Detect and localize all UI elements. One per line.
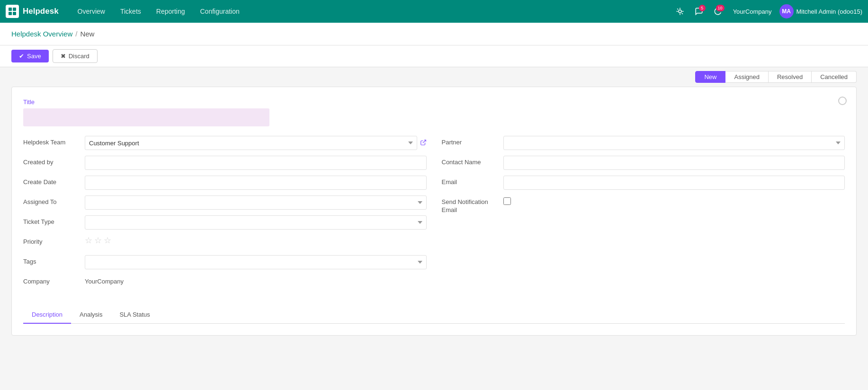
bug-icon-button[interactable] <box>672 4 688 19</box>
form-right: Partner Contact Name Email <box>442 136 845 295</box>
status-bar: New Assigned Resolved Cancelled <box>0 67 868 87</box>
avatar: MA <box>779 4 794 18</box>
chat-icon-button[interactable]: 5 <box>691 4 707 19</box>
discard-button[interactable]: ✖ Discard <box>53 49 98 63</box>
email-row: Email <box>442 176 845 191</box>
svg-line-7 <box>422 140 425 142</box>
contact-name-row: Contact Name <box>442 156 845 171</box>
helpdesk-team-select[interactable]: Customer Support <box>85 136 417 150</box>
created-by-field <box>85 156 427 170</box>
tags-label: Tags <box>23 255 85 265</box>
save-button[interactable]: ✔ Save <box>11 50 49 62</box>
subheader: Helpdesk Overview / New <box>0 23 868 45</box>
username: Mitchell Admin (odoo15) <box>796 8 862 15</box>
chat-badge: 5 <box>699 5 706 11</box>
svg-point-0 <box>679 10 681 13</box>
company-label: Company <box>23 275 85 285</box>
send-notification-label: Send Notification Email <box>442 195 503 214</box>
save-label: Save <box>27 53 41 60</box>
helpdesk-team-field: Customer Support <box>85 136 427 150</box>
assigned-to-label: Assigned To <box>23 195 85 205</box>
create-date-label: Create Date <box>23 176 85 186</box>
action-bar: ✔ Save ✖ Discard <box>0 45 868 67</box>
assigned-to-select[interactable] <box>85 195 427 210</box>
main-menu: Overview Tickets Reporting Configuration <box>70 0 247 23</box>
svg-line-4 <box>681 13 682 14</box>
priority-label: Priority <box>23 235 85 245</box>
created-by-input[interactable] <box>85 156 427 170</box>
helpdesk-team-label: Helpdesk Team <box>23 136 85 146</box>
status-new[interactable]: New <box>695 71 725 83</box>
nav-tickets[interactable]: Tickets <box>113 0 149 23</box>
send-notification-row: Send Notification Email <box>442 195 845 214</box>
updates-icon-button[interactable]: 10 <box>710 4 725 19</box>
status-assigned[interactable]: Assigned <box>725 71 768 83</box>
tags-row: Tags <box>23 255 427 270</box>
tags-select[interactable] <box>85 255 427 269</box>
created-by-row: Created by <box>23 156 427 171</box>
send-notification-field <box>503 195 845 205</box>
status-resolved[interactable]: Resolved <box>769 71 812 83</box>
priority-stars: ☆ ☆ ☆ <box>85 235 111 246</box>
top-navigation: Helpdesk Overview Tickets Reporting Conf… <box>0 0 868 23</box>
company-name[interactable]: YourCompany <box>733 8 772 15</box>
nav-reporting[interactable]: Reporting <box>149 0 193 23</box>
breadcrumb: Helpdesk Overview / New <box>11 30 94 38</box>
helpdesk-team-row: Helpdesk Team Customer Support <box>23 136 427 151</box>
user-menu[interactable]: MA Mitchell Admin (odoo15) <box>779 4 862 18</box>
contact-name-input[interactable] <box>503 156 845 170</box>
create-date-row: Create Date <box>23 176 427 191</box>
breadcrumb-separator: / <box>75 30 77 38</box>
star-2[interactable]: ☆ <box>94 235 102 246</box>
nav-overview[interactable]: Overview <box>70 0 113 23</box>
status-dot <box>838 97 847 105</box>
create-date-input[interactable] <box>85 176 427 190</box>
created-by-label: Created by <box>23 156 85 166</box>
status-cancelled[interactable]: Cancelled <box>812 71 857 83</box>
star-1[interactable]: ☆ <box>85 235 92 246</box>
partner-select[interactable] <box>503 136 845 150</box>
assigned-to-row: Assigned To <box>23 195 427 211</box>
app-name: Helpdesk <box>23 7 59 16</box>
external-link-icon[interactable] <box>420 139 427 147</box>
tab-bar: Description Analysis SLA Status <box>23 306 845 324</box>
ticket-type-label: Ticket Type <box>23 215 85 225</box>
ticket-type-row: Ticket Type <box>23 215 427 230</box>
x-icon: ✖ <box>61 53 66 60</box>
partner-label: Partner <box>442 136 503 146</box>
nav-configuration[interactable]: Configuration <box>192 0 247 23</box>
tab-analysis[interactable]: Analysis <box>71 306 111 324</box>
breadcrumb-parent[interactable]: Helpdesk Overview <box>11 30 72 38</box>
svg-line-3 <box>677 9 678 9</box>
apps-grid-button[interactable] <box>6 5 19 18</box>
updates-badge: 10 <box>716 5 725 11</box>
ticket-type-select[interactable] <box>85 215 427 230</box>
contact-name-field <box>503 156 845 170</box>
form-card: Title Helpdesk Team Customer Support Cre <box>11 87 857 336</box>
priority-field: ☆ ☆ ☆ <box>85 235 427 246</box>
form-left: Helpdesk Team Customer Support Created b… <box>23 136 427 295</box>
ticket-type-field <box>85 215 427 230</box>
title-input[interactable] <box>23 108 269 126</box>
create-date-field <box>85 176 427 190</box>
tags-field <box>85 255 427 269</box>
send-notification-checkbox[interactable] <box>503 197 511 205</box>
assigned-to-field <box>85 195 427 210</box>
email-label: Email <box>442 176 503 186</box>
priority-row: Priority ☆ ☆ ☆ <box>23 235 427 250</box>
email-input[interactable] <box>503 176 845 190</box>
partner-row: Partner <box>442 136 845 151</box>
tab-description[interactable]: Description <box>23 306 71 324</box>
form-columns: Helpdesk Team Customer Support Created b… <box>23 136 845 295</box>
tab-sla-status[interactable]: SLA Status <box>111 306 158 324</box>
partner-field <box>503 136 845 150</box>
star-3[interactable]: ☆ <box>104 235 111 246</box>
breadcrumb-current: New <box>80 30 94 38</box>
discard-label: Discard <box>69 53 89 60</box>
email-field <box>503 176 845 190</box>
title-label: Title <box>23 98 845 106</box>
contact-name-label: Contact Name <box>442 156 503 166</box>
company-field: YourCompany <box>85 275 427 285</box>
company-value: YourCompany <box>85 275 124 285</box>
check-icon: ✔ <box>19 53 24 60</box>
